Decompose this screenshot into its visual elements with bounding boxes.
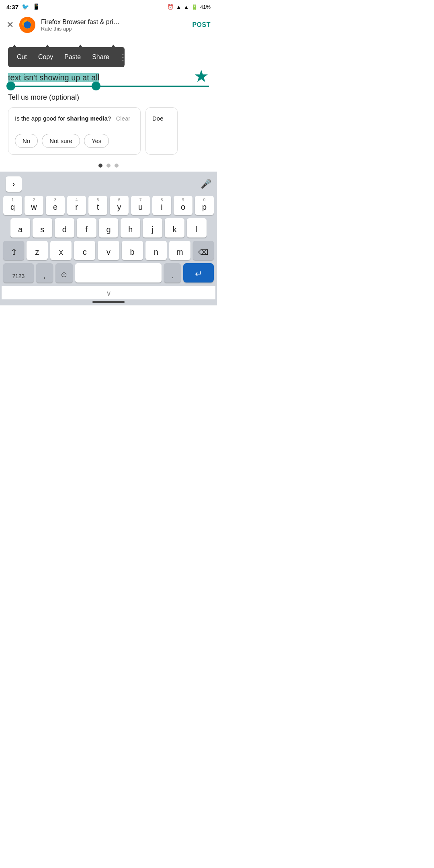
cursor-line (8, 86, 209, 87)
key-i[interactable]: 8i (152, 196, 171, 215)
share-button[interactable]: Share (86, 53, 115, 61)
signal-icon: ▲ (184, 4, 189, 10)
question-keyword: sharing media (67, 115, 108, 122)
toolbar-left: › (6, 176, 22, 192)
keyboard-row-2: a s d f g h j k l (2, 218, 215, 237)
content-area: ★ Cut Copy Paste Share ⋮ text isn't show… (0, 38, 217, 87)
enter-key[interactable]: ↵ (183, 263, 214, 283)
key-v[interactable]: v (98, 241, 119, 260)
status-time: 4:37 🐦 📱 (6, 3, 40, 10)
key-k[interactable]: k (165, 218, 184, 237)
key-t[interactable]: 5t (88, 196, 107, 215)
expand-toolbar-button[interactable]: › (6, 176, 22, 192)
keyboard-toolbar: › 🎤 (2, 174, 215, 196)
key-d[interactable]: d (55, 218, 74, 237)
shift-key[interactable]: ⇧ (3, 241, 24, 260)
question-suffix: ? (108, 115, 111, 122)
key-o[interactable]: 9o (174, 196, 192, 215)
app-icon (18, 16, 36, 34)
dot-2 (106, 164, 111, 168)
period-key[interactable]: . (164, 263, 181, 283)
key-p[interactable]: 0p (195, 196, 214, 215)
partial-card-text: Doe (152, 114, 171, 123)
battery-percent: 41% (200, 4, 211, 10)
key-m[interactable]: m (169, 241, 190, 260)
key-s[interactable]: s (33, 218, 52, 237)
key-h[interactable]: h (121, 218, 140, 237)
key-n[interactable]: n (145, 241, 167, 260)
key-f[interactable]: f (77, 218, 96, 237)
wifi-icon: ▲ (176, 4, 181, 10)
answer-not-sure[interactable]: Not sure (42, 134, 80, 148)
key-x[interactable]: x (50, 241, 72, 260)
copy-button[interactable]: Copy (33, 53, 59, 61)
key-c[interactable]: c (74, 241, 95, 260)
key-j[interactable]: j (143, 218, 162, 237)
text-input-area[interactable]: text isn't showing up at all (8, 71, 209, 87)
cursor-handle-right[interactable] (92, 82, 100, 90)
app-subtitle: Rate this app (41, 26, 192, 32)
key-g[interactable]: g (99, 218, 119, 237)
key-e[interactable]: 3e (46, 196, 65, 215)
keyboard-row-4: ?123 , ☺ . ↵ (2, 263, 215, 283)
symbols-key[interactable]: ?123 (3, 263, 34, 283)
svg-point-2 (24, 21, 31, 29)
space-key[interactable] (75, 263, 162, 283)
twitter-icon: 🐦 (22, 3, 29, 10)
clear-button[interactable]: Clear (116, 115, 130, 122)
key-l[interactable]: l (187, 218, 207, 237)
key-y[interactable]: 6y (110, 196, 129, 215)
question-text: Is the app good for sharing media? Clear (15, 114, 134, 123)
dot-1 (98, 164, 102, 168)
cursor-handle-left[interactable] (6, 82, 15, 90)
paste-button[interactable]: Paste (59, 53, 86, 61)
more-options-button[interactable]: ⋮ (115, 52, 131, 62)
answer-no[interactable]: No (15, 134, 38, 148)
bottom-bar: ∨ (2, 286, 215, 299)
keyboard-row-3: ⇧ z x c v b n m ⌫ (2, 241, 215, 260)
context-menu: Cut Copy Paste Share ⋮ (8, 47, 125, 67)
tell-more-label: Tell us more (optional) (8, 93, 209, 102)
sim-icon: 📱 (33, 3, 40, 10)
cards-container: Is the app good for sharing media? Clear… (8, 107, 209, 158)
key-z[interactable]: z (27, 241, 48, 260)
keyboard-row-1: 1q 2w 3e 4r 5t 6y 7u 8i 9o 0p (2, 196, 215, 215)
app-name: Firefox Browser fast & pri… (41, 18, 192, 26)
question-prefix: Is the app good for (15, 115, 67, 122)
key-u[interactable]: 7u (131, 196, 150, 215)
emoji-key[interactable]: ☺ (55, 263, 73, 283)
key-r[interactable]: 4r (67, 196, 86, 215)
app-info: Firefox Browser fast & pri… Rate this ap… (41, 18, 192, 32)
answer-buttons: No Not sure Yes (15, 134, 134, 148)
answer-yes[interactable]: Yes (84, 134, 109, 148)
question-card-2: Doe (145, 107, 178, 155)
question-card-1: Is the app good for sharing media? Clear… (8, 107, 141, 155)
dot-3 (115, 164, 119, 168)
key-a[interactable]: a (10, 218, 30, 237)
comma-key[interactable]: , (36, 263, 53, 283)
alarm-icon: ⏰ (167, 4, 174, 10)
battery-icon: 🔋 (191, 4, 198, 10)
highlighted-text[interactable]: text isn't showing up at all (8, 73, 99, 82)
microphone-button[interactable]: 🎤 (201, 179, 211, 189)
bottom-spacer (2, 303, 215, 305)
key-b[interactable]: b (122, 241, 143, 260)
backspace-key[interactable]: ⌫ (193, 241, 214, 260)
status-bar: 4:37 🐦 📱 ⏰ ▲ ▲ 🔋 41% (0, 0, 217, 12)
hide-keyboard-button[interactable]: ∨ (106, 289, 111, 298)
key-q[interactable]: 1q (3, 196, 22, 215)
key-w[interactable]: 2w (25, 196, 43, 215)
tell-more-section: Tell us more (optional) Is the app good … (0, 87, 217, 168)
app-header: ✕ Firefox Browser fast & pri… Rate this … (0, 12, 217, 38)
keyboard: › 🎤 1q 2w 3e 4r 5t 6y 7u 8i 9o 0p a s d … (0, 172, 217, 305)
pagination-dots (8, 164, 209, 168)
status-icons: ⏰ ▲ ▲ 🔋 41% (167, 4, 211, 10)
selected-text[interactable]: text isn't showing up at all (8, 71, 209, 84)
cut-button[interactable]: Cut (11, 53, 33, 61)
time-display: 4:37 (6, 4, 18, 10)
post-button[interactable]: POST (192, 21, 211, 29)
close-button[interactable]: ✕ (6, 20, 14, 30)
